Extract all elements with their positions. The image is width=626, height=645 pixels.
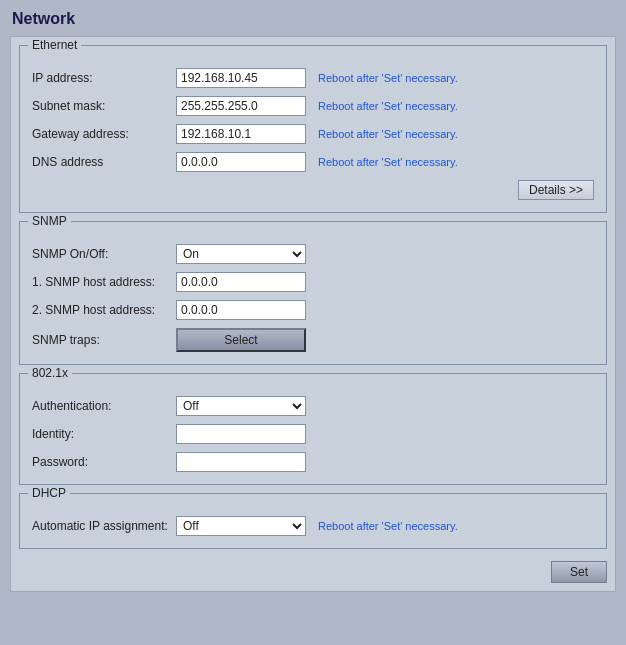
- main-container: Ethernet IP address: Reboot after 'Set' …: [10, 36, 616, 592]
- password-row: Password:: [32, 452, 594, 472]
- dns-address-row: DNS address Reboot after 'Set' necessary…: [32, 152, 594, 172]
- snmp-host1-label: 1. SNMP host address:: [32, 275, 172, 289]
- gateway-address-label: Gateway address:: [32, 127, 172, 141]
- footer-row: Set: [19, 561, 607, 583]
- subnet-mask-label: Subnet mask:: [32, 99, 172, 113]
- details-row: Details >>: [32, 180, 594, 200]
- subnet-mask-row: Subnet mask: Reboot after 'Set' necessar…: [32, 96, 594, 116]
- password-label: Password:: [32, 455, 172, 469]
- snmp-host1-input[interactable]: [176, 272, 306, 292]
- gateway-address-input[interactable]: [176, 124, 306, 144]
- auto-ip-note: Reboot after 'Set' necessary.: [318, 520, 458, 532]
- auth-select[interactable]: Off On: [176, 396, 306, 416]
- subnet-mask-note: Reboot after 'Set' necessary.: [318, 100, 458, 112]
- dot1x-section: 802.1x Authentication: Off On Identity: …: [19, 373, 607, 485]
- set-button[interactable]: Set: [551, 561, 607, 583]
- ip-address-label: IP address:: [32, 71, 172, 85]
- identity-row: Identity:: [32, 424, 594, 444]
- snmp-host2-input[interactable]: [176, 300, 306, 320]
- gateway-address-note: Reboot after 'Set' necessary.: [318, 128, 458, 140]
- subnet-mask-input[interactable]: [176, 96, 306, 116]
- ip-address-note: Reboot after 'Set' necessary.: [318, 72, 458, 84]
- snmp-traps-row: SNMP traps: Select: [32, 328, 594, 352]
- password-input[interactable]: [176, 452, 306, 472]
- identity-label: Identity:: [32, 427, 172, 441]
- dns-address-note: Reboot after 'Set' necessary.: [318, 156, 458, 168]
- snmp-host2-row: 2. SNMP host address:: [32, 300, 594, 320]
- snmp-onoff-row: SNMP On/Off: On Off: [32, 244, 594, 264]
- snmp-onoff-select[interactable]: On Off: [176, 244, 306, 264]
- auth-row: Authentication: Off On: [32, 396, 594, 416]
- auth-label: Authentication:: [32, 399, 172, 413]
- auto-ip-row: Automatic IP assignment: Off On Reboot a…: [32, 516, 594, 536]
- snmp-select-button[interactable]: Select: [176, 328, 306, 352]
- snmp-host2-label: 2. SNMP host address:: [32, 303, 172, 317]
- snmp-legend: SNMP: [28, 214, 71, 228]
- dhcp-section: DHCP Automatic IP assignment: Off On Reb…: [19, 493, 607, 549]
- ethernet-legend: Ethernet: [28, 38, 81, 52]
- dot1x-legend: 802.1x: [28, 366, 72, 380]
- snmp-onoff-label: SNMP On/Off:: [32, 247, 172, 261]
- ethernet-section: Ethernet IP address: Reboot after 'Set' …: [19, 45, 607, 213]
- page-title: Network: [10, 10, 616, 28]
- identity-input[interactable]: [176, 424, 306, 444]
- details-button[interactable]: Details >>: [518, 180, 594, 200]
- dns-address-input[interactable]: [176, 152, 306, 172]
- dhcp-legend: DHCP: [28, 486, 70, 500]
- snmp-traps-label: SNMP traps:: [32, 333, 172, 347]
- ip-address-input[interactable]: [176, 68, 306, 88]
- dns-address-label: DNS address: [32, 155, 172, 169]
- auto-ip-select[interactable]: Off On: [176, 516, 306, 536]
- snmp-host1-row: 1. SNMP host address:: [32, 272, 594, 292]
- gateway-address-row: Gateway address: Reboot after 'Set' nece…: [32, 124, 594, 144]
- auto-ip-label: Automatic IP assignment:: [32, 519, 172, 533]
- ip-address-row: IP address: Reboot after 'Set' necessary…: [32, 68, 594, 88]
- snmp-section: SNMP SNMP On/Off: On Off 1. SNMP host ad…: [19, 221, 607, 365]
